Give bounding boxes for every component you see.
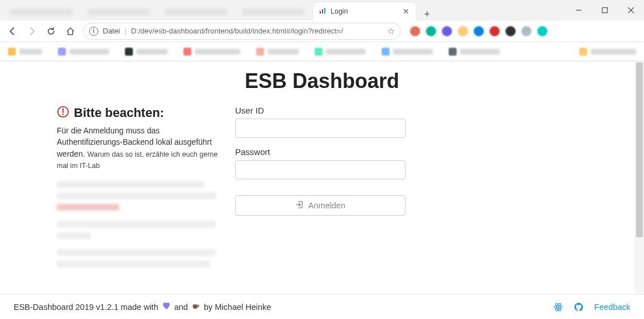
scrollbar-thumb[interactable] — [636, 62, 643, 237]
footer-text-mid: and — [174, 303, 188, 312]
scrollbar-track[interactable] — [635, 61, 644, 294]
bookmark-item[interactable] — [256, 48, 299, 56]
address-bar[interactable]: i Datei | D:/dev/esb-dashboard/frontend/… — [83, 23, 401, 40]
bookmarks-bar — [0, 42, 644, 61]
bookmark-item[interactable] — [382, 48, 433, 56]
react-icon[interactable] — [553, 302, 563, 312]
redacted-text — [57, 232, 91, 239]
page-title: ESB Dashboard — [245, 69, 399, 93]
tab-inactive[interactable] — [236, 3, 310, 20]
svg-point-10 — [193, 304, 198, 305]
url-text: D:/dev/esb-dashboard/frontend/build/inde… — [131, 27, 383, 35]
window-close-button[interactable] — [618, 0, 644, 20]
login-button[interactable]: Anmelden — [235, 195, 405, 216]
login-form: User ID Passwort Anmelden — [235, 106, 405, 267]
window-titlebar: Login ✕ + — [0, 0, 644, 20]
page-viewport: ESB Dashboard Bitte beachten: Für die An… — [0, 61, 644, 294]
tab-inactive[interactable] — [5, 3, 78, 20]
extension-icon[interactable] — [458, 26, 468, 36]
redacted-text — [57, 249, 216, 256]
tab-active[interactable]: Login ✕ — [313, 2, 416, 20]
notice-panel: Bitte beachten: Für die Anmeldung muss d… — [57, 106, 221, 267]
user-id-label: User ID — [235, 106, 405, 115]
svg-rect-1 — [322, 9, 323, 14]
bookmark-star-icon[interactable]: ☆ — [387, 26, 395, 36]
info-icon[interactable]: i — [89, 27, 98, 36]
login-icon — [295, 200, 304, 211]
extension-icon[interactable] — [537, 26, 547, 36]
footer-text-prefix: ESB-Dashboard 2019 v1.2.1 made with — [14, 303, 158, 312]
extension-icon[interactable] — [442, 26, 452, 36]
extension-icon[interactable] — [474, 26, 484, 36]
bar-chart-icon — [319, 7, 326, 16]
nav-home-button[interactable] — [64, 24, 77, 38]
bookmark-item[interactable] — [449, 48, 500, 56]
nav-back-button[interactable] — [6, 24, 19, 38]
extension-icon[interactable] — [490, 26, 500, 36]
footer-text-suffix: by Michael Heinke — [204, 303, 271, 312]
redacted-text — [57, 204, 119, 211]
alert-icon — [57, 106, 69, 120]
password-input[interactable] — [235, 160, 405, 179]
svg-point-9 — [62, 114, 64, 115]
heart-icon — [162, 301, 171, 313]
browser-toolbar: i Datei | D:/dev/esb-dashboard/frontend/… — [0, 20, 644, 42]
svg-rect-2 — [324, 8, 325, 14]
coffee-icon — [191, 301, 200, 312]
extension-icon[interactable] — [505, 26, 516, 36]
feedback-link[interactable]: Feedback — [594, 303, 630, 312]
tab-title: Login — [331, 7, 398, 15]
window-maximize-button[interactable] — [592, 0, 618, 20]
bookmark-item[interactable] — [125, 48, 168, 56]
notice-heading: Bitte beachten: — [74, 106, 164, 120]
bookmark-item[interactable] — [579, 48, 636, 56]
page-footer: ESB-Dashboard 2019 v1.2.1 made with and … — [0, 294, 644, 319]
redacted-text — [57, 261, 210, 267]
login-button-label: Anmelden — [308, 201, 345, 210]
extension-icon[interactable] — [521, 26, 532, 36]
extension-icon[interactable] — [426, 26, 436, 36]
notice-body: Für die Anmeldung muss das Authentifizie… — [57, 125, 221, 171]
window-minimize-button[interactable] — [566, 0, 592, 20]
close-icon[interactable]: ✕ — [402, 7, 410, 15]
user-id-input[interactable] — [235, 119, 405, 138]
svg-point-11 — [558, 306, 559, 308]
github-icon[interactable] — [574, 302, 584, 312]
tab-inactive[interactable] — [159, 3, 233, 20]
password-label: Passwort — [235, 147, 405, 157]
nav-forward-button[interactable] — [25, 24, 39, 38]
extension-icon[interactable] — [410, 26, 420, 36]
bookmark-item[interactable] — [183, 48, 240, 56]
tab-inactive[interactable] — [82, 3, 156, 20]
bookmark-item[interactable] — [8, 48, 42, 56]
bookmark-item[interactable] — [315, 48, 366, 56]
extensions-row — [407, 26, 638, 36]
window-controls — [566, 0, 644, 20]
svg-rect-4 — [603, 8, 608, 13]
bookmark-item[interactable] — [58, 48, 109, 56]
svg-rect-0 — [320, 11, 321, 14]
tab-strip: Login ✕ + — [0, 0, 435, 20]
redacted-text — [57, 221, 216, 228]
redacted-text — [57, 181, 204, 188]
url-separator: | — [124, 27, 126, 35]
url-scheme-label: Datei — [103, 27, 120, 35]
nav-reload-button[interactable] — [44, 24, 58, 38]
redacted-text — [57, 192, 216, 199]
new-tab-button[interactable]: + — [419, 9, 435, 20]
